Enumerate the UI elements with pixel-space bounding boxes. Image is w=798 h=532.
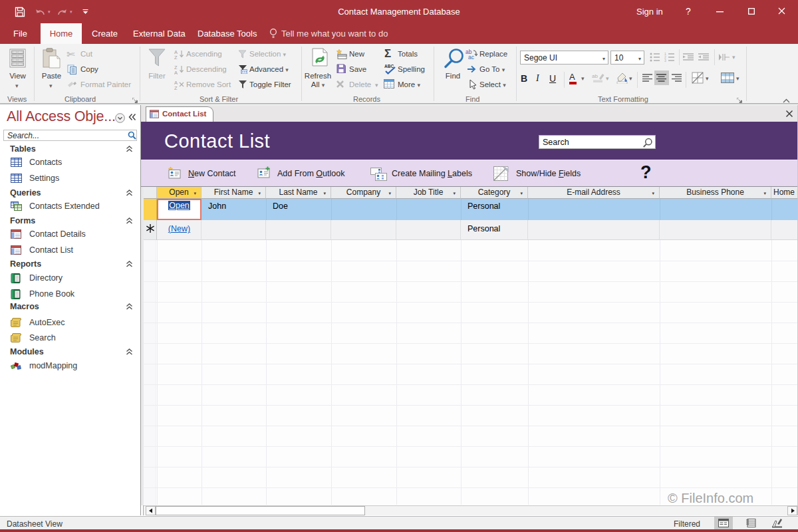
svg-text:ac: ac	[468, 54, 475, 59]
svg-text:Z: Z	[174, 55, 178, 59]
svg-text:Z: Z	[174, 85, 178, 90]
svg-text:3: 3	[664, 59, 666, 62]
svg-text:A: A	[174, 70, 178, 74]
svg-text:ab: ab	[592, 73, 598, 79]
svg-text:ABC: ABC	[384, 64, 394, 68]
